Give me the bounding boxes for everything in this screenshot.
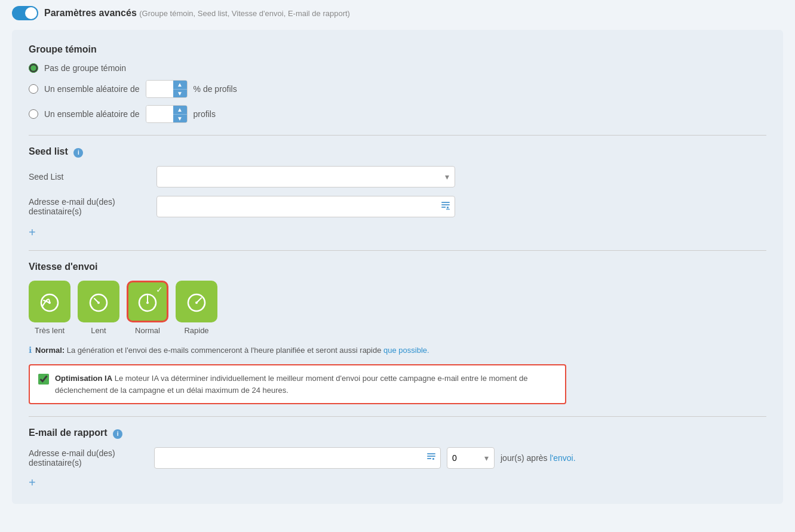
radio-random-percent[interactable] <box>29 84 38 94</box>
seed-list-title: Seed list i <box>29 146 766 158</box>
speedometer-rapide-icon <box>183 288 210 315</box>
speed-card-lent[interactable]: Lent <box>78 281 119 335</box>
address-row: Adresse e-mail du(des) destinataire(s) <box>29 196 766 217</box>
spinner-percent-input[interactable] <box>146 81 173 97</box>
days-select[interactable]: 0 1 2 3 <box>447 447 495 469</box>
speedometer-tres-lent-icon <box>36 288 63 315</box>
rapport-address-row: Adresse e-mail du(des) destinataire(s) <box>29 447 766 469</box>
separator-2 <box>29 250 766 251</box>
spinner-profiles-up[interactable]: ▲ <box>173 106 187 114</box>
vitesse-section: Vitesse d'envoi Très lent <box>29 262 766 405</box>
speed-card-tres-lent[interactable]: Très lent <box>29 281 70 335</box>
address-input[interactable] <box>156 196 455 217</box>
separator-3 <box>29 416 766 417</box>
speed-info-link: que possible. <box>383 346 429 355</box>
seed-list-label: Seed List <box>29 172 148 182</box>
svg-point-14 <box>146 302 149 304</box>
advanced-params-header: Paramètres avancés (Groupe témoin, Seed … <box>12 6 783 20</box>
groupe-temoin-section: Groupe témoin Pas de groupe témoin Un en… <box>29 44 766 123</box>
speed-card-normal[interactable]: ✓ Normal <box>127 281 168 335</box>
speedometer-lent-icon <box>85 288 112 315</box>
days-select-wrapper: 0 1 2 3 ▾ <box>447 447 495 469</box>
spinner-percent-down[interactable]: ▼ <box>173 89 187 98</box>
advanced-params-title: Paramètres avancés (Groupe témoin, Seed … <box>44 8 350 19</box>
unit-percent-label: % de profils <box>194 84 237 94</box>
radio-random-percent-label: Un ensemble aléatoire de <box>44 84 140 94</box>
ai-desc: Le moteur IA va déterminer individuellem… <box>55 374 528 395</box>
page: Paramètres avancés (Groupe témoin, Seed … <box>0 0 795 532</box>
ai-optimization-box: Optimisation IA Le moteur IA va détermin… <box>29 364 566 404</box>
svg-point-17 <box>195 302 198 304</box>
spinner-profiles-btns: ▲ ▼ <box>173 106 187 122</box>
advanced-params-subtitle: (Groupe témoin, Seed list, Vitesse d'env… <box>139 9 350 18</box>
speed-options: Très lent Lent ✓ <box>29 281 766 335</box>
advanced-params-toggle[interactable] <box>12 6 38 20</box>
seed-list-row: Seed List ▾ <box>29 166 766 187</box>
rapport-info-icon[interactable]: i <box>113 429 122 439</box>
seed-list-info-icon[interactable]: i <box>73 148 83 158</box>
radio-no-group-label: Pas de groupe témoin <box>44 63 126 73</box>
speed-info-text: Normal: La génération et l'envoi des e-m… <box>35 345 429 356</box>
speed-info-prefix: Normal: <box>35 346 65 355</box>
vitesse-title: Vitesse d'envoi <box>29 262 766 272</box>
unit-profiles-label: profils <box>194 109 216 119</box>
days-after-label: jour(s) après l'envoi. <box>501 453 576 463</box>
speed-info-desc: La génération et l'envoi des e-mails com… <box>65 346 429 355</box>
rapport-section: E-mail de rapport i Adresse e-mail du(de… <box>29 428 766 490</box>
speed-icon-box-rapide <box>176 281 217 322</box>
spinner-profiles: ▲ ▼ <box>146 105 188 123</box>
rapport-address-label: Adresse e-mail du(des) destinataire(s) <box>29 448 148 468</box>
info-circle-icon: ℹ <box>29 345 32 355</box>
radio-row-no-group: Pas de groupe témoin <box>29 63 766 73</box>
spinner-profiles-down[interactable]: ▼ <box>173 114 187 123</box>
groupe-temoin-radio-group: Pas de groupe témoin Un ensemble aléatoi… <box>29 63 766 123</box>
svg-point-11 <box>97 302 100 304</box>
speed-label-tres-lent: Très lent <box>35 326 65 335</box>
seed-list-select-wrapper: ▾ <box>156 166 455 187</box>
speed-info: ℹ Normal: La génération et l'envoi des e… <box>29 345 447 356</box>
rapport-email-input-wrapper <box>154 447 441 469</box>
groupe-temoin-title: Groupe témoin <box>29 44 766 55</box>
seed-address-add-button[interactable]: + <box>29 226 36 239</box>
main-panel: Groupe témoin Pas de groupe témoin Un en… <box>12 30 783 504</box>
spinner-percent-up[interactable]: ▲ <box>173 81 187 89</box>
seed-list-select[interactable] <box>156 166 455 187</box>
radio-row-random-profiles: Un ensemble aléatoire de ▲ ▼ profils <box>29 105 766 123</box>
speed-icon-box-tres-lent <box>29 281 70 322</box>
rapport-address-add-button[interactable]: + <box>29 476 36 490</box>
spinner-percent: ▲ ▼ <box>146 80 188 98</box>
radio-random-profiles[interactable] <box>29 109 38 119</box>
address-label: Adresse e-mail du(des) destinataire(s) <box>29 197 148 216</box>
seed-list-section: Seed list i Seed List ▾ Adresse e-mail d… <box>29 146 766 239</box>
spinner-profiles-input[interactable] <box>146 106 173 122</box>
address-input-wrapper <box>156 196 455 217</box>
speed-icon-box-lent <box>78 281 119 322</box>
rapport-email-input[interactable] <box>154 447 441 469</box>
svg-point-8 <box>48 302 51 304</box>
speed-icon-box-normal: ✓ <box>127 281 168 322</box>
rapport-title: E-mail de rapport i <box>29 428 766 439</box>
ai-label: Optimisation IA <box>55 374 112 383</box>
ai-optimization-checkbox[interactable] <box>38 374 49 385</box>
speed-label-rapide: Rapide <box>184 326 208 335</box>
speed-card-rapide[interactable]: Rapide <box>176 281 217 335</box>
spinner-percent-btns: ▲ ▼ <box>173 81 187 97</box>
radio-random-profiles-label: Un ensemble aléatoire de <box>44 109 140 119</box>
advanced-params-label: Paramètres avancés <box>44 8 137 18</box>
ai-optimization-text: Optimisation IA Le moteur IA va détermin… <box>55 373 557 396</box>
speed-label-lent: Lent <box>91 326 106 335</box>
radio-row-random-percent: Un ensemble aléatoire de ▲ ▼ % de profil… <box>29 80 766 98</box>
separator-1 <box>29 135 766 136</box>
speed-check-icon: ✓ <box>156 285 163 294</box>
days-after-link: l'envoi. <box>550 453 575 463</box>
speed-label-normal: Normal <box>135 326 160 335</box>
radio-no-group[interactable] <box>29 63 38 73</box>
